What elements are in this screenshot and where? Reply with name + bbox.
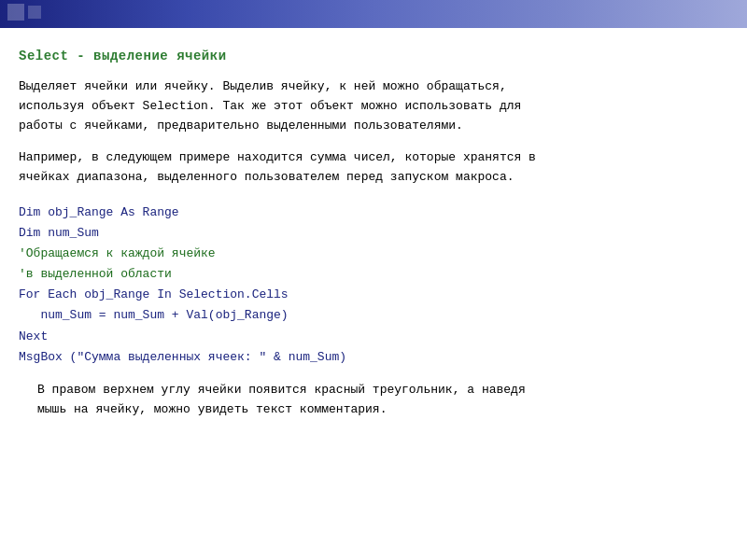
page-title: Select - выделение ячейки [19,47,719,66]
top-bar-decoration [7,4,41,21]
footer-line2: мышь на ячейку, можно увидеть текст комм… [37,402,387,416]
main-content: Select - выделение ячейки Выделяет ячейк… [0,28,747,438]
code-line-4: 'в выделенной области [19,264,719,285]
footer-paragraph: В правом верхнем углу ячейки появится кр… [37,381,719,420]
desc-line1: Выделяет ячейки или ячейку. Выделив ячей… [19,79,507,93]
code-line-3: 'Обращаемся к каждой ячейке [19,244,719,264]
example-paragraph: Например, в следующем примере находится … [19,148,719,188]
description-paragraph: Выделяет ячейки или ячейку. Выделив ячей… [19,77,719,135]
code-line-2: Dim num_Sum [19,223,719,244]
example-line1: Например, в следующем примере находится … [19,150,536,164]
square-decoration-1 [7,4,24,21]
code-line-8: MsgBox ("Сумма выделенных ячеек: " & num… [19,347,719,368]
square-decoration-2 [28,6,41,19]
top-bar [0,0,747,28]
code-line-5: For Each obj_Range In Selection.Cells [19,285,719,305]
desc-line2: используя объект Selection. Так же этот … [19,99,521,113]
code-line-1: Dim obj_Range As Range [19,203,719,223]
desc-line3: работы с ячейками, предварительно выделе… [19,119,463,133]
code-block: Dim obj_Range As Range Dim num_Sum 'Обра… [19,203,719,368]
footer-line1: В правом верхнем углу ячейки появится кр… [37,383,526,397]
code-line-7: Next [19,327,719,347]
code-line-6: num_Sum = num_Sum + Val(obj_Range) [19,305,719,326]
example-line2: ячейках диапазона, выделенного пользоват… [19,170,514,184]
